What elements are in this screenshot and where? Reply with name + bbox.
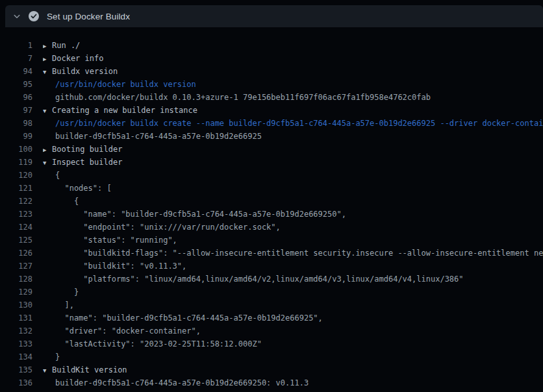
line-number[interactable]: 7	[0, 52, 32, 65]
log-text: "nodes": [	[43, 182, 112, 195]
log-row: 121 "nodes": [	[0, 182, 543, 195]
log-text: {	[43, 195, 79, 208]
log-row: 135▼BuildKit version	[0, 363, 543, 376]
log-text: "buildkitd-flags": "--allow-insecure-ent…	[43, 247, 543, 260]
log-text: "status": "running",	[43, 234, 177, 247]
log-group-toggle[interactable]: ▼Creating a new builder instance	[43, 104, 543, 117]
log-row: 120{	[0, 169, 543, 182]
log-row: 125 "status": "running",	[0, 234, 543, 247]
log-row: 98/usr/bin/docker buildx create --name b…	[0, 117, 543, 130]
log-text: "platforms": "linux/amd64,linux/amd64/v2…	[43, 273, 464, 286]
log-row: 131 "name": "builder-d9cfb5a1-c764-445a-…	[0, 312, 543, 325]
log-text: github.com/docker/buildx 0.10.3+azure-1 …	[43, 91, 431, 104]
log-text: {	[43, 169, 60, 182]
log-row: 130 ],	[0, 299, 543, 312]
line-number[interactable]: 124	[0, 221, 32, 234]
line-number[interactable]: 132	[0, 325, 32, 337]
line-number[interactable]: 99	[0, 130, 32, 143]
log-row: 122 {	[0, 195, 543, 208]
log-group-toggle[interactable]: ▼Buildx version	[43, 65, 543, 78]
log-group-toggle[interactable]: ▶Docker info	[43, 52, 543, 65]
line-number[interactable]: 133	[0, 337, 32, 350]
log-row: 95/usr/bin/docker buildx version	[0, 78, 543, 91]
check-circle-icon	[29, 11, 39, 21]
line-number[interactable]: 131	[0, 312, 32, 325]
log-viewer: 1▶Run ./7▶Docker info94▼Buildx version95…	[0, 27, 543, 392]
log-lines: 1▶Run ./7▶Docker info94▼Buildx version95…	[0, 39, 543, 389]
log-row: 99builder-d9cfb5a1-c764-445a-a57e-0b19d2…	[0, 130, 543, 143]
chevron-down-icon[interactable]	[5, 12, 29, 20]
log-line-text: /usr/bin/docker buildx create --name bui…	[43, 117, 543, 130]
log-row: 127 "buildkit": "v0.11.3",	[0, 260, 543, 273]
group-label: Creating a new builder instance	[52, 106, 197, 115]
log-text: "name": "builder-d9cfb5a1-c764-445a-a57e…	[43, 208, 346, 221]
line-number[interactable]: 135	[0, 363, 32, 376]
log-group-toggle[interactable]: ▶Booting builder	[43, 143, 543, 156]
line-number[interactable]: 134	[0, 350, 32, 363]
line-number[interactable]: 121	[0, 182, 32, 195]
command-text: /usr/bin/docker buildx version	[43, 78, 196, 91]
log-group-toggle[interactable]: ▼BuildKit version	[43, 363, 543, 376]
triangle-right-icon[interactable]: ▶	[43, 53, 52, 65]
log-text: builder-d9cfb5a1-c764-445a-a57e-0b19d2e6…	[43, 130, 262, 143]
log-text: ],	[43, 299, 74, 312]
log-row: 7▶Docker info	[0, 52, 543, 65]
log-line-text: "platforms": "linux/amd64,linux/amd64/v2…	[43, 273, 543, 286]
log-line-text: {	[43, 169, 543, 182]
log-row: 126 "buildkitd-flags": "--allow-insecure…	[0, 247, 543, 260]
group-label: Run ./	[52, 41, 80, 50]
log-line-text: "name": "builder-d9cfb5a1-c764-445a-a57e…	[43, 312, 543, 325]
triangle-down-icon[interactable]: ▼	[43, 104, 52, 117]
line-number[interactable]: 119	[0, 156, 32, 169]
line-number[interactable]: 128	[0, 273, 32, 286]
line-number[interactable]: 100	[0, 143, 32, 156]
log-text: "lastActivity": "2023-02-25T11:58:12.000…	[43, 337, 262, 350]
triangle-down-icon[interactable]: ▼	[43, 66, 52, 78]
log-row: 96github.com/docker/buildx 0.10.3+azure-…	[0, 91, 543, 104]
line-number[interactable]: 95	[0, 78, 32, 91]
group-label: Buildx version	[52, 67, 118, 76]
line-number[interactable]: 96	[0, 91, 32, 104]
log-text: "buildkit": "v0.11.3",	[43, 260, 186, 273]
log-row: 136builder-d9cfb5a1-c764-445a-a57e-0b19d…	[0, 376, 543, 389]
triangle-down-icon[interactable]: ▼	[43, 156, 52, 169]
log-line-text: ],	[43, 299, 543, 312]
step-header[interactable]: Set up Docker Buildx	[5, 5, 543, 27]
log-text: "driver": "docker-container",	[43, 325, 201, 337]
group-label: Docker info	[52, 54, 103, 63]
triangle-down-icon[interactable]: ▼	[43, 364, 52, 376]
log-line-text: {	[43, 195, 543, 208]
line-number[interactable]: 123	[0, 208, 32, 221]
line-number[interactable]: 122	[0, 195, 32, 208]
log-line-text: "name": "builder-d9cfb5a1-c764-445a-a57e…	[43, 208, 543, 221]
log-text: }	[43, 350, 60, 363]
line-number[interactable]: 126	[0, 247, 32, 260]
log-row: 119▼Inspect builder	[0, 156, 543, 169]
line-number[interactable]: 136	[0, 376, 32, 389]
line-number[interactable]: 1	[0, 39, 32, 52]
line-number[interactable]: 127	[0, 260, 32, 273]
line-number[interactable]: 120	[0, 169, 32, 182]
log-line-text: builder-d9cfb5a1-c764-445a-a57e-0b19d2e6…	[43, 130, 543, 143]
line-number[interactable]: 129	[0, 286, 32, 299]
line-number[interactable]: 94	[0, 65, 32, 78]
line-number[interactable]: 130	[0, 299, 32, 312]
log-group-toggle[interactable]: ▼Inspect builder	[43, 156, 543, 169]
log-line-text: "nodes": [	[43, 182, 543, 195]
log-line-text: "endpoint": "unix:///var/run/docker.sock…	[43, 221, 543, 234]
log-row: 123 "name": "builder-d9cfb5a1-c764-445a-…	[0, 208, 543, 221]
log-line-text: github.com/docker/buildx 0.10.3+azure-1 …	[43, 91, 543, 104]
log-group-toggle[interactable]: ▶Run ./	[43, 39, 543, 52]
triangle-right-icon[interactable]: ▶	[43, 143, 52, 156]
step-title: Set up Docker Buildx	[47, 12, 130, 21]
triangle-right-icon[interactable]: ▶	[43, 40, 52, 52]
log-line-text: "buildkit": "v0.11.3",	[43, 260, 543, 273]
line-number[interactable]: 98	[0, 117, 32, 130]
log-line-text: }	[43, 350, 543, 363]
line-number[interactable]: 125	[0, 234, 32, 247]
line-number[interactable]: 97	[0, 104, 32, 117]
log-row: 94▼Buildx version	[0, 65, 543, 78]
log-row: 132 "driver": "docker-container",	[0, 325, 543, 337]
log-row: 124 "endpoint": "unix:///var/run/docker.…	[0, 221, 543, 234]
log-line-text: "buildkitd-flags": "--allow-insecure-ent…	[43, 247, 543, 260]
